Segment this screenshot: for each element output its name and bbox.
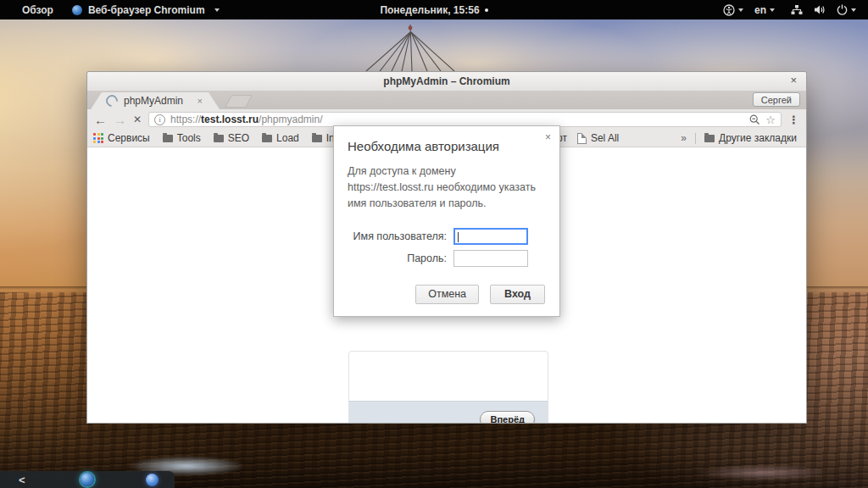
keyboard-layout-menu[interactable]: en <box>754 4 775 16</box>
folder-icon <box>163 135 173 142</box>
caret-down-icon <box>214 8 220 12</box>
dialog-close-icon[interactable]: × <box>545 132 551 142</box>
new-tab-button[interactable] <box>225 95 253 108</box>
chromium-icon[interactable] <box>81 473 94 486</box>
password-field[interactable] <box>453 250 528 267</box>
caret-down-icon <box>851 8 856 12</box>
page-icon <box>577 133 587 144</box>
bookmark-folder-seo[interactable]: SEO <box>214 132 249 144</box>
username-label: Имя пользователя: <box>353 230 447 242</box>
url-host: test.losst.ru <box>201 114 259 125</box>
http-auth-dialog: × Необходима авторизация Для доступа к д… <box>333 125 560 317</box>
password-label: Пароль: <box>407 252 447 264</box>
window-titlebar[interactable]: phpMyAdmin – Chromium × <box>87 72 806 92</box>
activities-button[interactable]: Обзор <box>22 4 53 16</box>
browser-icon[interactable] <box>146 474 159 486</box>
apps-grid-icon <box>93 133 103 143</box>
tab-title: phpMyAdmin <box>124 95 198 107</box>
clock[interactable]: Понедельник, 15:56 <box>380 4 479 16</box>
accessibility-menu[interactable] <box>723 4 743 16</box>
ship-mast <box>359 19 465 71</box>
window-close-button[interactable]: × <box>790 75 797 86</box>
forward-button[interactable]: → <box>114 114 126 126</box>
phpmyadmin-panel-footer: Вперёд <box>349 401 548 423</box>
page-info-icon[interactable]: i <box>154 114 165 125</box>
power-menu[interactable] <box>837 4 856 15</box>
browser-menu-icon[interactable]: ⋮ <box>788 114 799 125</box>
bookmark-folder-tools[interactable]: Tools <box>163 132 201 144</box>
phpmyadmin-login-panel: Вперёд <box>348 351 548 423</box>
dock: < <box>0 471 175 488</box>
bookmarks-overflow-chevron[interactable]: » <box>681 132 687 144</box>
profile-button[interactable]: Сергей <box>753 92 800 107</box>
dock-collapse-chevron[interactable]: < <box>19 474 25 485</box>
chromium-app-icon <box>72 5 82 15</box>
url-text: https://test.losst.ru/phpmyadmin/ <box>170 114 322 125</box>
volume-icon[interactable] <box>814 4 826 15</box>
back-button[interactable]: ← <box>94 114 107 126</box>
dialog-title: Необходима авторизация <box>348 139 546 153</box>
other-bookmarks-button[interactable]: Другие закладки <box>704 132 797 144</box>
zoom-out-icon[interactable] <box>749 114 760 125</box>
gnome-top-bar: Обзор Веб-браузер Chromium Понедельник, … <box>0 0 868 19</box>
app-menu-label: Веб-браузер Chromium <box>88 4 205 16</box>
folder-icon <box>312 135 322 142</box>
bookmark-sel-all[interactable]: Sel All <box>577 132 619 144</box>
tab-strip: phpMyAdmin × Сергей <box>87 91 806 109</box>
tab-close-icon[interactable]: × <box>198 96 203 106</box>
cancel-button[interactable]: Отмена <box>415 285 479 304</box>
window-title: phpMyAdmin – Chromium <box>383 75 509 87</box>
folder-icon <box>262 135 272 142</box>
bookmarks-separator <box>695 133 696 144</box>
app-menu-button[interactable]: Веб-браузер Chromium <box>72 4 220 16</box>
bookmark-star-icon[interactable]: ☆ <box>765 114 776 125</box>
profile-name: Сергей <box>761 95 792 105</box>
keyboard-layout-label: en <box>754 4 766 16</box>
bookmark-folder-load[interactable]: Load <box>262 132 299 144</box>
stop-button[interactable]: ✕ <box>133 114 142 125</box>
dialog-body-text: Для доступа к домену https://test.losst.… <box>348 164 541 211</box>
bookmark-services[interactable]: Сервисы <box>93 132 150 144</box>
caret-down-icon <box>770 8 775 12</box>
forward-submit-button[interactable]: Вперёд <box>480 411 535 423</box>
username-field[interactable] <box>453 228 528 245</box>
folder-icon <box>704 135 715 142</box>
login-button[interactable]: Вход <box>490 285 545 304</box>
tab-phpmyadmin[interactable]: phpMyAdmin × <box>91 92 220 109</box>
wave-foam <box>695 464 831 481</box>
folder-icon <box>214 135 224 142</box>
caret-down-icon <box>738 8 743 12</box>
notification-dot <box>485 8 488 12</box>
network-icon[interactable] <box>791 4 803 15</box>
loading-spinner-icon <box>103 92 120 109</box>
